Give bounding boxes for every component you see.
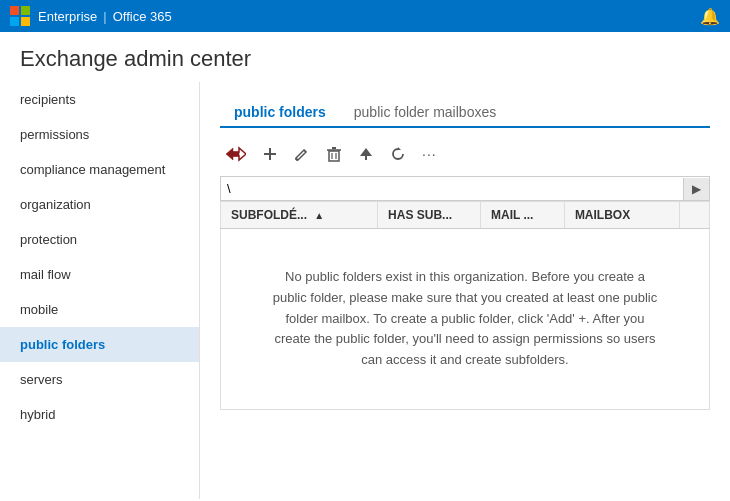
col-header-extra bbox=[680, 202, 710, 229]
up-arrow-icon bbox=[358, 146, 374, 162]
path-bar: ▶ bbox=[220, 176, 710, 201]
tab-public-folders[interactable]: public folders bbox=[220, 98, 340, 128]
path-navigate-button[interactable]: ▶ bbox=[683, 178, 709, 200]
svg-marker-18 bbox=[398, 147, 401, 150]
content-area: public folders public folder mailboxes bbox=[200, 82, 730, 499]
sidebar: recipients permissions compliance manage… bbox=[0, 82, 200, 499]
svg-marker-16 bbox=[360, 148, 372, 156]
more-options-button[interactable]: ··· bbox=[416, 142, 443, 166]
svg-rect-11 bbox=[329, 151, 339, 161]
path-input[interactable] bbox=[221, 177, 683, 200]
col-header-subfolder[interactable]: SUBFOLDÉ... ▲ bbox=[221, 202, 378, 229]
empty-message: No public folders exist in this organiza… bbox=[231, 237, 699, 401]
col-header-mail[interactable]: MAIL ... bbox=[480, 202, 564, 229]
sidebar-item-permissions[interactable]: permissions bbox=[0, 117, 199, 152]
topbar: Enterprise | Office 365 🔔 bbox=[0, 0, 730, 32]
move-icon bbox=[226, 146, 246, 162]
edit-button[interactable] bbox=[288, 142, 316, 166]
sidebar-item-mobile[interactable]: mobile bbox=[0, 292, 199, 327]
nav-separator: | bbox=[103, 9, 106, 24]
add-button[interactable] bbox=[256, 142, 284, 166]
main-layout: recipients permissions compliance manage… bbox=[0, 82, 730, 499]
sort-asc-icon: ▲ bbox=[314, 210, 324, 221]
enterprise-label[interactable]: Enterprise bbox=[38, 9, 97, 24]
svg-rect-1 bbox=[21, 6, 30, 15]
edit-icon bbox=[294, 146, 310, 162]
move-button[interactable] bbox=[220, 142, 252, 166]
toolbar: ··· bbox=[220, 142, 710, 166]
sidebar-item-recipients[interactable]: recipients bbox=[0, 82, 199, 117]
svg-line-8 bbox=[304, 150, 306, 152]
tab-public-folder-mailboxes[interactable]: public folder mailboxes bbox=[340, 98, 510, 126]
ms-logo-icon bbox=[10, 6, 30, 26]
sidebar-item-public-folders[interactable]: public folders bbox=[0, 327, 199, 362]
sidebar-item-servers[interactable]: servers bbox=[0, 362, 199, 397]
refresh-icon bbox=[390, 146, 406, 162]
notification-bell-icon[interactable]: 🔔 bbox=[700, 7, 720, 26]
up-button[interactable] bbox=[352, 142, 380, 166]
svg-rect-0 bbox=[10, 6, 19, 15]
sidebar-item-organization[interactable]: organization bbox=[0, 187, 199, 222]
tabs-bar: public folders public folder mailboxes bbox=[220, 82, 710, 128]
page-title-bar: Exchange admin center bbox=[0, 32, 730, 82]
sidebar-item-mail-flow[interactable]: mail flow bbox=[0, 257, 199, 292]
col-header-mailbox[interactable]: MAILBOX bbox=[564, 202, 679, 229]
office365-label[interactable]: Office 365 bbox=[113, 9, 172, 24]
sidebar-item-hybrid[interactable]: hybrid bbox=[0, 397, 199, 432]
refresh-button[interactable] bbox=[384, 142, 412, 166]
sidebar-item-protection[interactable]: protection bbox=[0, 222, 199, 257]
col-header-has-sub[interactable]: HAS SUB... bbox=[378, 202, 481, 229]
page-title: Exchange admin center bbox=[20, 46, 710, 72]
folders-table: SUBFOLDÉ... ▲ HAS SUB... MAIL ... MAILBO… bbox=[220, 201, 710, 410]
svg-rect-3 bbox=[21, 17, 30, 26]
add-icon bbox=[262, 146, 278, 162]
empty-state-row: No public folders exist in this organiza… bbox=[221, 229, 710, 410]
more-options-icon: ··· bbox=[422, 146, 437, 162]
sidebar-item-compliance-management[interactable]: compliance management bbox=[0, 152, 199, 187]
svg-rect-2 bbox=[10, 17, 19, 26]
delete-button[interactable] bbox=[320, 142, 348, 166]
delete-icon bbox=[326, 146, 342, 162]
